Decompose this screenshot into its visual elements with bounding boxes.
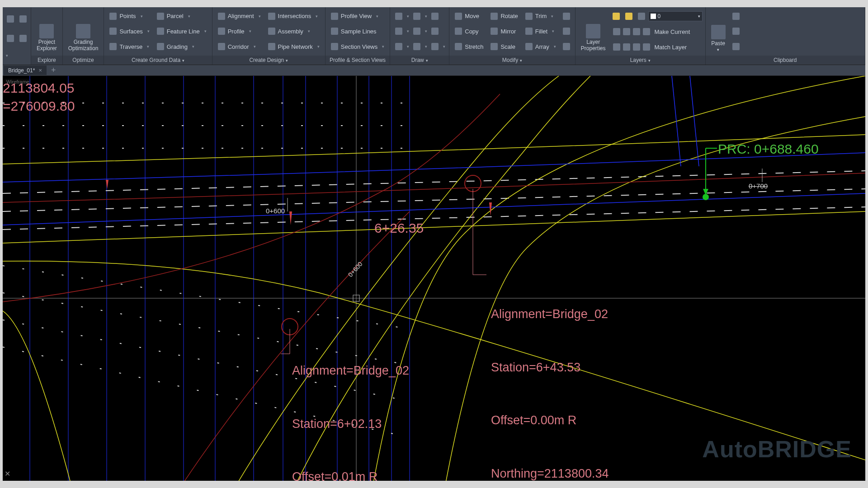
qat-icon-4[interactable] xyxy=(17,33,29,43)
ellipse-tool[interactable] xyxy=(429,26,441,36)
station-0-700: 0+700 xyxy=(749,182,768,190)
trim-button[interactable]: Trim▾ xyxy=(523,12,559,21)
ribbon-group-explore: Project Explorer Explore xyxy=(31,7,63,65)
project-explorer-icon xyxy=(39,24,54,38)
ribbon-label-optimize: Optimize xyxy=(63,56,104,65)
match-layer-icon xyxy=(613,43,620,51)
trim-icon xyxy=(525,13,533,20)
ribbon-group-layers: Layer Properties 0 ▾ Make Current xyxy=(576,7,706,65)
qat-icon-2[interactable] xyxy=(17,14,29,24)
grading-optimization-icon xyxy=(76,24,90,38)
layer-bulb-icon[interactable] xyxy=(610,11,622,21)
paste-button[interactable]: Paste ▾ xyxy=(708,9,728,54)
ribbon-group-optimize: Grading Optimization Optimize xyxy=(63,7,104,65)
station-0-600: 0+600 xyxy=(266,207,285,215)
assembly-button[interactable]: Assembly▾ xyxy=(265,27,322,36)
make-current-icon xyxy=(613,28,620,35)
hatch-tool[interactable] xyxy=(429,42,441,52)
arc-tool[interactable] xyxy=(411,26,423,36)
ribbon-label-explore: Explore xyxy=(31,56,62,65)
spline-tool[interactable] xyxy=(429,11,441,21)
cad-canvas xyxy=(3,76,865,481)
layer-lock-icon[interactable] xyxy=(636,11,647,21)
document-tabs: Bridge_01* × + xyxy=(3,65,865,76)
qat-icon-3[interactable] xyxy=(5,33,16,43)
grading-button[interactable]: Grading▾ xyxy=(154,42,209,51)
line-tool[interactable] xyxy=(393,11,405,21)
copy-button[interactable]: Copy xyxy=(452,27,486,36)
corridor-button[interactable]: Corridor▾ xyxy=(215,42,264,51)
paste-special-button[interactable] xyxy=(730,42,742,52)
intersections-button[interactable]: Intersections▾ xyxy=(265,12,322,21)
ribbon-label-draw: Draw▾ xyxy=(390,56,449,65)
parcel-button[interactable]: Parcel▾ xyxy=(154,12,209,21)
current-layer-dropdown[interactable]: 0 ▾ xyxy=(648,11,703,21)
intersections-icon xyxy=(268,13,275,20)
rotate-button[interactable]: Rotate xyxy=(488,12,520,21)
fillet-button[interactable]: Fillet▾ xyxy=(523,27,559,36)
profile-button[interactable]: Profile▾ xyxy=(215,27,264,36)
fillet-icon xyxy=(525,28,533,35)
traverse-icon xyxy=(109,43,117,50)
layer-properties-icon xyxy=(586,24,600,38)
cut-button[interactable] xyxy=(730,11,742,21)
tab-close-icon[interactable]: × xyxy=(38,67,42,74)
qat-icon-1[interactable] xyxy=(5,14,16,24)
alignment-button[interactable]: Alignment▾ xyxy=(215,12,264,21)
ribbon-label-layers: Layers▾ xyxy=(576,56,705,65)
scale-button[interactable]: Scale xyxy=(488,42,520,51)
move-button[interactable]: Move xyxy=(452,12,486,21)
modify-extra-3[interactable] xyxy=(561,42,572,52)
project-explorer-button[interactable]: Project Explorer xyxy=(34,9,60,54)
parcel-icon xyxy=(157,13,164,20)
grading-optimization-button[interactable]: Grading Optimization xyxy=(66,9,101,54)
rotate-icon xyxy=(491,13,498,20)
section-views-button[interactable]: Section Views▾ xyxy=(328,42,387,51)
stretch-button[interactable]: Stretch xyxy=(452,42,486,51)
copy-icon xyxy=(455,28,462,35)
mirror-button[interactable]: Mirror xyxy=(488,27,520,36)
surfaces-button[interactable]: Surfaces▾ xyxy=(107,27,152,36)
ribbon-label-ground: Create Ground Data▾ xyxy=(104,56,212,65)
copy-clip-button[interactable] xyxy=(730,26,742,36)
assembly-icon xyxy=(268,28,275,35)
section-views-icon xyxy=(331,43,338,50)
profile-view-icon xyxy=(331,13,338,20)
make-current-button[interactable]: Make Current xyxy=(610,27,703,36)
svg-line-16 xyxy=(3,171,865,193)
qat-expand[interactable]: ▾ xyxy=(5,53,9,58)
feature-line-button[interactable]: Feature Line▾ xyxy=(154,27,209,36)
array-icon xyxy=(525,43,533,50)
rectangle-tool[interactable] xyxy=(393,42,405,52)
sample-lines-button[interactable]: Sample Lines xyxy=(328,27,387,36)
layer-freeze-icon[interactable] xyxy=(623,11,635,21)
traverse-button[interactable]: Traverse▾ xyxy=(107,42,152,51)
tab-bridge-01[interactable]: Bridge_01* × xyxy=(4,66,47,75)
points-button[interactable]: Points▾ xyxy=(107,12,152,21)
pipe-network-button[interactable]: Pipe Network▾ xyxy=(265,42,322,51)
callout-1: Alignment=Bridge_02 Station=6+02.13 Offs… xyxy=(292,327,410,481)
ribbon-group-clipboard: Paste ▾ Clipboard xyxy=(706,7,865,65)
corridor-icon xyxy=(218,43,225,50)
modify-extra-1[interactable] xyxy=(561,11,572,21)
scale-icon xyxy=(491,43,498,50)
svg-line-17 xyxy=(3,189,865,211)
station-label-main: 6+26.35 xyxy=(374,221,424,236)
alignment-icon xyxy=(218,13,225,20)
match-layer-button[interactable]: Match Layer xyxy=(610,42,703,52)
layer-properties-button[interactable]: Layer Properties xyxy=(578,9,609,54)
cmdline-close-icon[interactable]: ✕ xyxy=(5,469,10,478)
drawing-viewport[interactable]: Wireframe xyxy=(3,76,865,481)
polygon-tool[interactable] xyxy=(411,42,423,52)
mirror-icon xyxy=(491,28,498,35)
svg-marker-37 xyxy=(289,211,292,225)
array-button[interactable]: Array▾ xyxy=(523,42,559,51)
circle-tool[interactable] xyxy=(393,26,405,36)
profile-view-button[interactable]: Profile View▾ xyxy=(328,12,387,21)
prc-label: PRC: 0+688.460 xyxy=(718,141,819,157)
paste-icon xyxy=(711,25,726,39)
modify-extra-2[interactable] xyxy=(561,26,572,36)
tab-add-button[interactable]: + xyxy=(47,66,61,75)
polyline-tool[interactable] xyxy=(411,11,423,21)
svg-marker-35 xyxy=(703,189,708,195)
